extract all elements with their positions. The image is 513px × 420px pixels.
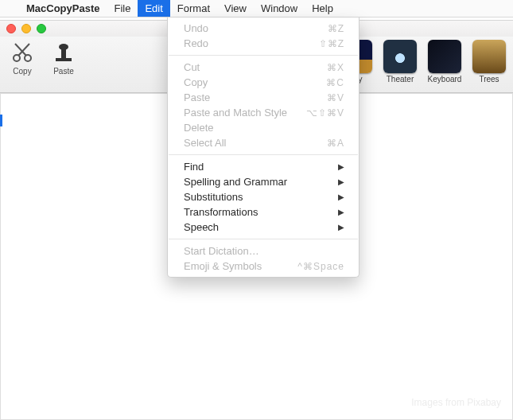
menuitem-label: Substitutions: [184, 191, 243, 203]
menu-format[interactable]: Format: [170, 0, 217, 17]
paste-button[interactable]: Paste: [48, 40, 80, 91]
scissors-icon: [10, 40, 35, 65]
thumbnail-label: Keyboard: [428, 75, 462, 84]
window-zoom-button[interactable]: [37, 24, 46, 33]
menuitem-shortcut: ⌘V: [327, 92, 344, 103]
thumb-theater[interactable]: Theater: [383, 40, 418, 91]
thumbnail-label: Theater: [387, 75, 414, 84]
menuitem-undo: Undo⌘Z: [168, 21, 359, 36]
submenu-arrow-icon: ▶: [338, 162, 344, 171]
thumb-keyboard[interactable]: Keyboard: [427, 40, 462, 91]
menuitem-label: Delete: [184, 122, 214, 134]
window-minimize-button[interactable]: [21, 24, 31, 33]
menuitem-shortcut: ⌘X: [327, 62, 344, 73]
edit-menu-dropdown: Undo⌘ZRedo⇧⌘ZCut⌘XCopy⌘CPaste⌘VPaste and…: [167, 18, 359, 278]
menuitem-label: Speech: [184, 221, 219, 233]
menuitem-label: Spelling and Grammar: [184, 176, 287, 188]
menu-separator: [169, 154, 358, 155]
menuitem-label: Paste: [184, 91, 210, 103]
menuitem-shortcut: ^⌘Space: [297, 261, 344, 272]
menuitem-start-dictation: Start Dictation…: [168, 243, 359, 259]
menuitem-shortcut: ⌘Z: [328, 23, 344, 34]
svg-point-6: [59, 44, 68, 50]
thumbnail-label: Trees: [479, 75, 499, 84]
submenu-arrow-icon: ▶: [338, 177, 344, 186]
menuitem-select-all: Select All⌘A: [168, 135, 359, 150]
menuitem-shortcut: ⌘C: [326, 77, 344, 88]
menuitem-speech[interactable]: Speech▶: [168, 220, 359, 235]
menuitem-label: Select All: [184, 137, 226, 149]
thumbnail-image: [472, 40, 506, 73]
menu-view[interactable]: View: [217, 0, 254, 17]
thumb-trees[interactable]: Trees: [472, 40, 507, 91]
toolbar-label: Copy: [13, 67, 31, 76]
toolbar-label: Paste: [53, 67, 74, 76]
menuitem-label: Redo: [184, 37, 208, 49]
system-menubar: MacCopyPaste FileEditFormatViewWindowHel…: [0, 0, 513, 18]
svg-rect-4: [56, 58, 72, 61]
menuitem-label: Paste and Match Style: [184, 107, 287, 119]
menu-separator: [169, 239, 358, 239]
menuitem-shortcut: ⌘A: [327, 138, 344, 149]
submenu-arrow-icon: ▶: [338, 192, 344, 201]
stamp-icon: [51, 40, 76, 65]
menuitem-label: Copy: [184, 76, 208, 88]
menuitem-copy: Copy⌘C: [168, 75, 359, 90]
window-close-button[interactable]: [6, 24, 16, 33]
submenu-arrow-icon: ▶: [338, 208, 344, 216]
menu-file[interactable]: File: [107, 0, 138, 17]
menuitem-transformations[interactable]: Transformations▶: [168, 204, 359, 220]
submenu-arrow-icon: ▶: [338, 223, 344, 231]
thumbnail-image: [383, 40, 417, 73]
menuitem-cut: Cut⌘X: [168, 60, 359, 75]
menuitem-shortcut: ⌥⇧⌘V: [306, 107, 344, 119]
menuitem-label: Find: [184, 161, 204, 173]
menuitem-find[interactable]: Find▶: [168, 159, 359, 174]
thumbnail-image: [428, 40, 461, 73]
menu-help[interactable]: Help: [305, 0, 340, 17]
menu-window[interactable]: Window: [254, 0, 305, 17]
menuitem-shortcut: ⇧⌘Z: [319, 38, 344, 49]
menuitem-label: Undo: [184, 22, 208, 34]
menuitem-substitutions[interactable]: Substitutions▶: [168, 189, 359, 204]
menuitem-paste: Paste⌘V: [168, 90, 359, 105]
menuitem-emoji-symbols: Emoji & Symbols^⌘Space: [168, 259, 359, 274]
app-menu[interactable]: MacCopyPaste: [19, 0, 107, 17]
menuitem-redo: Redo⇧⌘Z: [168, 36, 359, 51]
menuitem-label: Cut: [184, 61, 200, 73]
menuitem-spelling-and-grammar[interactable]: Spelling and Grammar▶: [168, 174, 359, 189]
menuitem-label: Transformations: [184, 206, 258, 218]
copy-button[interactable]: Copy: [6, 40, 38, 91]
image-credit: Images from Pixabay: [411, 397, 501, 408]
menu-separator: [169, 55, 358, 56]
menuitem-label: Emoji & Symbols: [184, 260, 262, 272]
menuitem-label: Start Dictation…: [184, 245, 259, 257]
menuitem-paste-and-match-style: Paste and Match Style⌥⇧⌘V: [168, 105, 359, 120]
selection-indicator: [0, 115, 2, 126]
menu-edit[interactable]: Edit: [138, 0, 169, 17]
menuitem-delete: Delete: [168, 120, 359, 135]
